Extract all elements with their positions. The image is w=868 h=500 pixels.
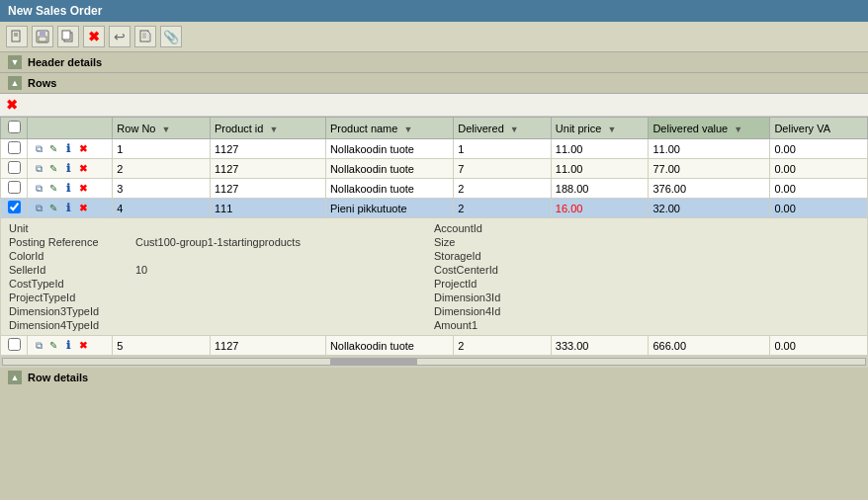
row2-productid: 1127 (210, 159, 325, 179)
row4-checkbox[interactable] (8, 201, 21, 213)
row4-edit-btn[interactable]: ✎ (46, 202, 60, 215)
row4-copy-btn[interactable]: ⧉ (32, 202, 45, 215)
row5-actions: ⧉ ✎ ℹ ✖ (28, 336, 113, 356)
table-row: ⧉ ✎ ℹ ✖ 5 1127 Nollakoodin tuote 2 333.0… (1, 336, 868, 356)
row4-delete-btn[interactable]: ✖ (76, 202, 90, 215)
row3-unitprice: 188.00 (551, 179, 649, 199)
col-deliveryva-header: Delivery VA (770, 118, 868, 139)
row3-rowno: 3 (113, 179, 211, 199)
detail-dim3id: Dimension3Id (434, 292, 859, 303)
header-details-toggle[interactable]: ▼ (8, 55, 22, 69)
row2-rowno: 2 (113, 159, 211, 179)
deliveredvalue-filter-icon[interactable]: ▼ (734, 125, 742, 134)
detail-costtypeid: CostTypeId (9, 278, 434, 290)
scrollbar-track[interactable] (2, 358, 866, 366)
row1-rowno: 1 (113, 139, 211, 159)
row1-actions: ⧉ ✎ ℹ ✖ (28, 139, 113, 159)
row2-unitprice: 11.00 (551, 159, 649, 179)
detail-dim3typeid: Dimension3TypeId (9, 305, 434, 317)
row5-copy-btn[interactable]: ⧉ (32, 339, 45, 353)
detail-costcenterid: CostCenterId (434, 264, 859, 276)
rows-delete-icon[interactable]: ✖ (6, 97, 18, 113)
productname-filter-icon[interactable]: ▼ (403, 125, 412, 134)
row2-actions: ⧉ ✎ ℹ ✖ (28, 159, 113, 179)
row1-info-btn[interactable]: ℹ (61, 142, 75, 156)
row2-delete-btn[interactable]: ✖ (76, 162, 90, 176)
row3-info-btn[interactable]: ℹ (61, 182, 75, 196)
detail-dim4typeid: Dimension4TypeId (9, 319, 434, 331)
row3-productname: Nollakoodin tuote (325, 179, 453, 199)
row5-checkbox[interactable] (8, 338, 21, 351)
row2-edit-btn[interactable]: ✎ (46, 162, 60, 176)
row3-edit-btn[interactable]: ✎ (46, 182, 60, 196)
header-details-label: Header details (28, 56, 102, 68)
row1-checkbox-cell (1, 139, 28, 159)
attach-button[interactable]: 📎 (160, 26, 182, 47)
row1-delete-btn[interactable]: ✖ (76, 142, 90, 156)
row4-info-btn[interactable]: ℹ (61, 202, 75, 215)
col-rowno-header: Row No ▼ (113, 118, 211, 139)
row1-edit-btn[interactable]: ✎ (46, 142, 60, 156)
row5-unitprice: 333.00 (551, 336, 649, 356)
save-button[interactable] (32, 26, 53, 47)
row2-deliveryva: 0.00 (770, 159, 868, 179)
svg-rect-7 (62, 31, 70, 40)
row5-edit-btn[interactable]: ✎ (46, 339, 60, 353)
row4-productid: 111 (210, 199, 325, 218)
row5-deliveredvalue: 666.00 (649, 336, 770, 356)
delete-button[interactable]: ✖ (83, 26, 105, 47)
col-actions-header (28, 118, 113, 139)
row4-rowno: 4 (113, 199, 211, 218)
row1-copy-btn[interactable]: ⧉ (32, 142, 45, 156)
row5-info-btn[interactable]: ℹ (61, 339, 75, 353)
row2-copy-btn[interactable]: ⧉ (32, 162, 45, 176)
expanded-detail-row: Unit Posting Reference Cust100-group1-1s… (1, 218, 868, 336)
scrollbar-thumb[interactable] (330, 359, 416, 365)
rowno-filter-icon[interactable]: ▼ (162, 125, 171, 134)
detail-amount1: Amount1 (434, 319, 859, 331)
document-button[interactable] (134, 26, 156, 47)
horizontal-scrollbar[interactable] (0, 356, 868, 368)
select-all-checkbox[interactable] (8, 121, 21, 133)
row2-productname: Nollakoodin tuote (325, 159, 453, 179)
row5-deliveryva: 0.00 (770, 336, 868, 356)
unitprice-filter-icon[interactable]: ▼ (607, 125, 616, 134)
detail-projectid: ProjectId (434, 278, 859, 290)
svg-rect-8 (140, 31, 148, 42)
row1-deliveredvalue: 11.00 (649, 139, 770, 159)
col-delivered-header: Delivered ▼ (454, 118, 552, 139)
table-row: ⧉ ✎ ℹ ✖ 3 1127 Nollakoodin tuote 2 188.0… (1, 179, 868, 199)
row3-copy-btn[interactable]: ⧉ (32, 182, 45, 196)
row5-delete-btn[interactable]: ✖ (76, 339, 90, 353)
row5-rowno: 5 (113, 336, 211, 356)
table-row: ⧉ ✎ ℹ ✖ 4 111 Pieni pikkutuote 2 16.00 3… (1, 199, 868, 218)
new-button[interactable] (6, 26, 28, 47)
row3-delivered: 2 (454, 179, 552, 199)
detail-size: Size (434, 236, 859, 248)
row3-productid: 1127 (210, 179, 325, 199)
toolbar: ✖ ↩ 📎 (0, 22, 868, 52)
col-productname-header: Product name ▼ (325, 118, 453, 139)
productid-filter-icon[interactable]: ▼ (269, 125, 278, 134)
row-details-toggle[interactable]: ▲ (8, 371, 22, 384)
delivered-filter-icon[interactable]: ▼ (510, 125, 519, 134)
detail-dim4id: Dimension4Id (434, 305, 859, 317)
row3-actions: ⧉ ✎ ℹ ✖ (28, 179, 113, 199)
back-button[interactable]: ↩ (109, 26, 130, 47)
copy-button[interactable] (57, 26, 79, 47)
detail-colorid: ColorId (9, 250, 434, 262)
row4-deliveredvalue: 32.00 (649, 199, 770, 218)
row4-productname: Pieni pikkutuote (325, 199, 453, 218)
col-unitprice-header: Unit price ▼ (551, 118, 649, 139)
row4-unitprice: 16.00 (551, 199, 649, 218)
row3-delete-btn[interactable]: ✖ (76, 182, 90, 196)
row3-checkbox[interactable] (8, 181, 21, 194)
header-details-section: ▼ Header details (0, 52, 868, 73)
row-details-label: Row details (28, 372, 88, 383)
row2-checkbox[interactable] (8, 161, 21, 174)
rows-toggle[interactable]: ▲ (8, 76, 22, 90)
row1-checkbox[interactable] (8, 141, 21, 154)
row2-info-btn[interactable]: ℹ (61, 162, 75, 176)
title-bar: New Sales Order (0, 0, 868, 22)
row3-deliveryva: 0.00 (770, 179, 868, 199)
